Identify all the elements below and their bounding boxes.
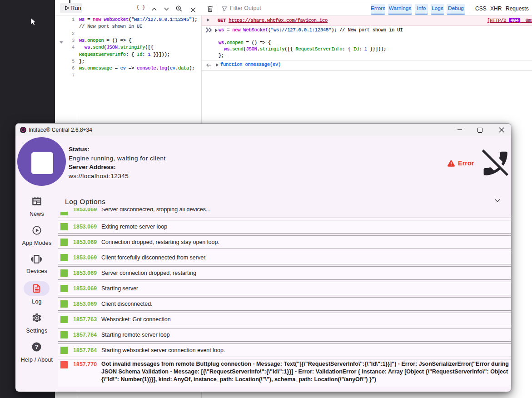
svg-text:?: ?	[35, 343, 38, 350]
